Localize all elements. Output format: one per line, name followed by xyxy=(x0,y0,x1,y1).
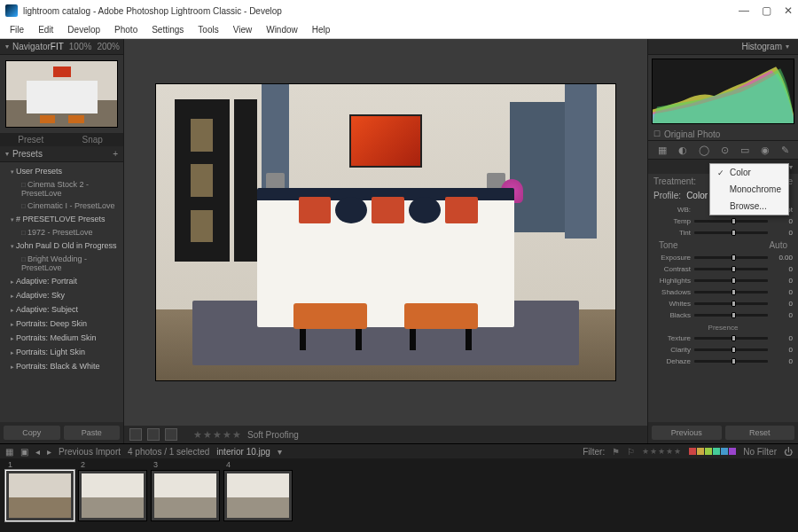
right-panel: Histogram ▾ ☐Original Photo ▦ ◐ ◯ ⊙ ▭ ◉ xyxy=(647,39,798,443)
preset-group[interactable]: Adaptive: Sky xyxy=(0,288,123,302)
menu-edit[interactable]: Edit xyxy=(32,23,59,36)
second-window-icon[interactable]: ▣ xyxy=(20,447,28,457)
reset-button[interactable]: Reset xyxy=(725,426,795,440)
center-panel: ★★★★★ Soft Proofing xyxy=(124,39,647,443)
heal-icon[interactable]: ◐ xyxy=(678,145,687,156)
titlebar: lightroom catalog - Adobe Photoshop Ligh… xyxy=(0,0,798,21)
grid-view-icon[interactable] xyxy=(165,428,177,441)
zoom-200%[interactable]: 200% xyxy=(97,42,120,51)
menu-view[interactable]: View xyxy=(227,23,259,36)
preset-item[interactable]: Cinema Stock 2 - PresetLove xyxy=(0,178,123,200)
copy-button[interactable]: Copy xyxy=(4,426,60,440)
shadows-slider[interactable]: Shadows0 xyxy=(653,286,793,298)
filmstrip: ▦ ▣ ◂ ▸ Previous Import 4 photos / 1 sel… xyxy=(0,443,798,532)
highlights-slider[interactable]: Highlights0 xyxy=(653,275,793,286)
menu-window[interactable]: Window xyxy=(260,23,304,36)
color-filter[interactable] xyxy=(689,448,736,455)
minimize-button[interactable]: — xyxy=(739,4,749,17)
whites-slider[interactable]: Whites0 xyxy=(653,298,793,309)
filter-stars[interactable]: ★★★★★ xyxy=(642,447,682,456)
preset-group[interactable]: Adaptive: Portrait xyxy=(0,274,123,288)
paste-button[interactable]: Paste xyxy=(64,426,121,440)
preset-item[interactable]: Cinematic I - PresetLove xyxy=(0,200,123,212)
popup-item[interactable]: ✓Color xyxy=(710,164,788,181)
exposure-slider[interactable]: Exposure0.00 xyxy=(653,252,793,263)
dehaze-slider[interactable]: Dehaze0 xyxy=(653,356,793,367)
loupe-view-icon[interactable] xyxy=(129,428,142,441)
popup-item[interactable]: Monochrome xyxy=(710,181,788,198)
preset-item[interactable]: Bright Wedding - PresetLove xyxy=(0,253,123,274)
preset-group[interactable]: John Paul D Old in Progress xyxy=(0,239,123,253)
gradient-icon[interactable]: ▭ xyxy=(740,145,749,156)
histogram-header[interactable]: Histogram ▾ xyxy=(648,39,798,55)
soft-proofing-label[interactable]: Soft Proofing xyxy=(247,430,299,440)
mask-icon[interactable]: ◯ xyxy=(699,145,709,156)
menu-help[interactable]: Help xyxy=(306,23,337,36)
presets-list: User PresetsCinema Stock 2 - PresetLoveC… xyxy=(0,162,123,422)
presets-title: Presets xyxy=(12,149,43,159)
preset-group[interactable]: # PRESETLOVE Presets xyxy=(0,212,123,226)
auto-button[interactable]: Auto xyxy=(769,240,787,250)
flag-reject-icon[interactable]: ⚐ xyxy=(627,447,635,457)
preset-snap-tabs[interactable]: PresetSnap xyxy=(0,133,123,146)
previous-button[interactable]: Previous xyxy=(652,426,722,440)
filmstrip-thumb[interactable]: 3 xyxy=(151,470,220,521)
popup-item[interactable]: Browse... xyxy=(710,198,788,215)
menu-file[interactable]: File xyxy=(4,23,30,36)
menubar: FileEditDevelopPhotoSettingsToolsViewWin… xyxy=(0,21,798,39)
nav-fwd-button[interactable]: ▸ xyxy=(47,447,51,457)
no-filter-dropdown[interactable]: No Filter xyxy=(743,447,777,457)
preset-group[interactable]: Portraits: Deep Skin xyxy=(0,317,123,331)
preset-group[interactable]: Portraits: Black & White xyxy=(0,359,123,373)
profile-popup: ✓ColorMonochromeBrowse... xyxy=(709,163,789,215)
left-panel: ▾ Navigator FIT100%200% PresetSnap ▾ Pre… xyxy=(0,39,124,443)
menu-tools[interactable]: Tools xyxy=(192,23,224,36)
nav-back-button[interactable]: ◂ xyxy=(35,447,40,457)
radial-icon[interactable]: ◉ xyxy=(761,145,770,156)
filmstrip-thumb[interactable]: 2 xyxy=(78,470,147,521)
crop-icon[interactable]: ▦ xyxy=(658,145,667,156)
preset-item[interactable]: 1972 - PresetLove xyxy=(0,226,123,239)
filmstrip-thumb[interactable]: 1 xyxy=(5,470,74,521)
add-preset-icon[interactable]: + xyxy=(113,149,118,159)
preset-group[interactable]: User Presets xyxy=(0,164,123,178)
blacks-slider[interactable]: Blacks0 xyxy=(653,309,793,321)
preset-group[interactable]: Portraits: Light Skin xyxy=(0,345,123,359)
path-dropdown-icon[interactable]: ▾ xyxy=(278,447,282,457)
filmstrip-thumb[interactable]: 4 xyxy=(223,470,293,521)
tint-slider[interactable]: Tint0 xyxy=(653,227,793,239)
original-photo-label: Original Photo xyxy=(664,129,720,139)
contrast-slider[interactable]: Contrast0 xyxy=(653,263,793,275)
filter-lock-icon[interactable]: ⏻ xyxy=(784,447,793,457)
brush-icon[interactable]: ✎ xyxy=(781,145,789,156)
profile-label: Profile: xyxy=(653,191,681,200)
profile-value[interactable]: Color xyxy=(686,191,708,200)
clarity-slider[interactable]: Clarity0 xyxy=(653,344,793,356)
temp-slider[interactable]: Temp0 xyxy=(653,215,793,227)
zoom-fit[interactable]: FIT xyxy=(51,42,64,51)
texture-slider[interactable]: Texture0 xyxy=(653,332,793,344)
navigator-header[interactable]: ▾ Navigator FIT100%200% xyxy=(0,39,123,55)
menu-settings[interactable]: Settings xyxy=(145,23,190,36)
chevron-down-icon: ▾ xyxy=(5,43,9,51)
menu-photo[interactable]: Photo xyxy=(108,23,144,36)
navigator-thumbnail[interactable] xyxy=(5,60,118,128)
chevron-down-icon: ▾ xyxy=(786,43,789,51)
photo-preview xyxy=(155,83,616,380)
flag-filter-icon[interactable]: ⚑ xyxy=(612,447,620,457)
presets-header[interactable]: ▾ Presets + xyxy=(0,146,123,162)
preset-group[interactable]: Portraits: Medium Skin xyxy=(0,331,123,345)
local-tools: ▦ ◐ ◯ ⊙ ▭ ◉ ✎ xyxy=(648,140,798,160)
histogram-display[interactable] xyxy=(652,59,794,124)
menu-develop[interactable]: Develop xyxy=(61,23,106,36)
maximize-button[interactable]: ▢ xyxy=(762,4,771,17)
before-after-icon[interactable] xyxy=(147,428,160,441)
grid-icon[interactable]: ▦ xyxy=(5,447,13,457)
zoom-100%[interactable]: 100% xyxy=(69,42,92,51)
rating-stars[interactable]: ★★★★★ xyxy=(193,429,242,441)
source-label[interactable]: Previous Import xyxy=(59,447,121,457)
image-canvas[interactable] xyxy=(124,39,647,426)
redeye-icon[interactable]: ⊙ xyxy=(721,145,729,156)
close-button[interactable]: ✕ xyxy=(784,4,793,17)
preset-group[interactable]: Adaptive: Subject xyxy=(0,302,123,317)
